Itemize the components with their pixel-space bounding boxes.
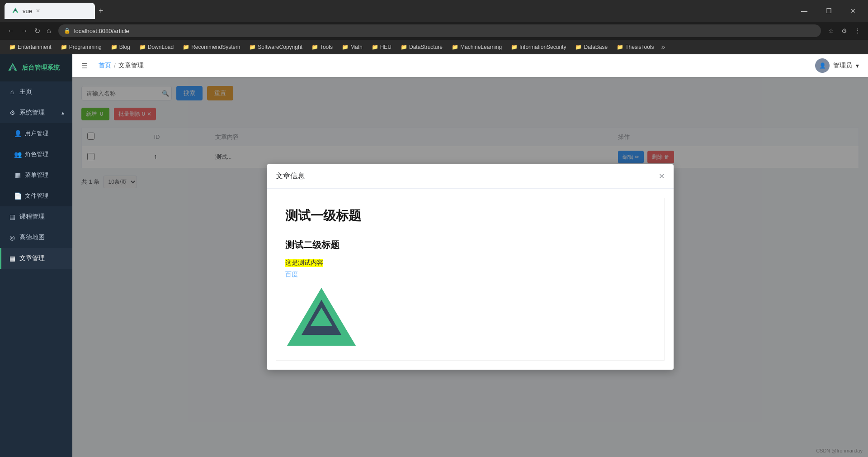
bookmark-programming[interactable]: 📁 Programming xyxy=(57,43,105,51)
bookmark-label: HEU xyxy=(380,44,392,50)
modal-header: 文章信息 ✕ xyxy=(267,164,674,189)
system-icon: ⚙ xyxy=(9,109,16,116)
avatar: 👤 xyxy=(815,58,830,73)
sidebar-item-article[interactable]: ▦ 文章管理 xyxy=(0,248,72,269)
back-btn[interactable]: ← xyxy=(5,25,16,37)
url-bar[interactable]: 🔒 localhost:8080/article xyxy=(58,24,821,37)
sidebar-item-role[interactable]: 👥 角色管理 xyxy=(0,144,72,165)
file-icon: 📄 xyxy=(14,192,21,200)
menu-item-content: 👤 用户管理 xyxy=(14,129,48,138)
folder-icon: 📁 xyxy=(452,44,458,50)
sidebar-item-course[interactable]: ▦ 课程管理 xyxy=(0,206,72,227)
folder-icon: 📁 xyxy=(372,44,378,50)
home-btn[interactable]: ⌂ xyxy=(45,25,53,37)
bookmark-database[interactable]: 📁 DataBase xyxy=(571,43,611,51)
bookmark-label: InformationSecurity xyxy=(519,44,566,50)
active-tab[interactable]: vue ✕ xyxy=(5,3,95,19)
menu-label: 用户管理 xyxy=(25,129,48,138)
bookmark-label: Math xyxy=(350,44,363,50)
bookmark-softwarecopyright[interactable]: 📁 SoftwareCopyright xyxy=(245,43,306,51)
sidebar-item-system[interactable]: ⚙ 系统管理 ▲ xyxy=(0,102,72,123)
bookmark-math[interactable]: 📁 Math xyxy=(338,43,366,51)
article-h2: 测试二级标题 xyxy=(285,239,655,251)
sidebar-logo: 后台管理系统 xyxy=(0,54,72,81)
bookmark-machinelearning[interactable]: 📁 MachineLearning xyxy=(448,43,505,51)
bookmarks-bar: 📁 Entertainment 📁 Programming 📁 Blog 📁 D… xyxy=(0,40,868,54)
article-link[interactable]: 百度 xyxy=(285,271,655,279)
menu-submenu: 👤 用户管理 👥 角色管理 ▦ 菜单管理 xyxy=(0,123,72,206)
sidebar-item-menu[interactable]: ▦ 菜单管理 xyxy=(0,165,72,186)
bookmark-label: MachineLearning xyxy=(460,44,502,50)
folder-icon: 📁 xyxy=(342,44,349,50)
tab-bar: vue ✕ + xyxy=(5,3,104,19)
menu-item-content: ◎ 高德地图 xyxy=(9,233,45,242)
folder-icon: 📁 xyxy=(401,44,407,50)
role-icon: 👥 xyxy=(14,151,21,158)
menu-mgmt-icon: ▦ xyxy=(14,171,21,179)
sidebar-item-user[interactable]: 👤 用户管理 xyxy=(0,123,72,144)
bookmark-recommendsystem[interactable]: 📁 RecommendSystem xyxy=(179,43,244,51)
settings-icon[interactable]: ⚙ xyxy=(840,25,849,36)
breadcrumb-separator: / xyxy=(114,62,116,69)
tab-title: vue xyxy=(23,8,32,14)
menu-label: 高德地图 xyxy=(19,233,45,242)
bookmark-download[interactable]: 📁 DownLoad xyxy=(136,43,177,51)
menu-item-content: 👥 角色管理 xyxy=(14,150,48,158)
highlight-span: 这是测试内容 xyxy=(285,259,323,267)
course-icon: ▦ xyxy=(9,213,16,220)
tab-close-btn[interactable]: ✕ xyxy=(36,8,40,14)
menu-label: 文件管理 xyxy=(25,192,48,200)
new-tab-btn[interactable]: + xyxy=(99,6,104,16)
minimize-btn[interactable]: — xyxy=(794,4,815,18)
url-text: localhost:8080/article xyxy=(74,28,129,34)
menu-item-content: ▦ 菜单管理 xyxy=(14,171,48,179)
close-btn[interactable]: ✕ xyxy=(843,4,863,18)
sidebar-item-map[interactable]: ◎ 高德地图 xyxy=(0,227,72,248)
modal-title: 文章信息 xyxy=(276,171,305,181)
modal-overlay[interactable]: 文章信息 ✕ 测试一级标题 测试二级标题 这是测试内容 百度 xyxy=(72,77,868,457)
bookmark-informationsecurity[interactable]: 📁 InformationSecurity xyxy=(507,43,570,51)
header-user[interactable]: 👤 管理员 ▾ xyxy=(815,58,859,73)
bookmark-label: ThesisTools xyxy=(625,44,654,50)
menu-label: 角色管理 xyxy=(25,150,48,158)
bookmark-tools[interactable]: 📁 Tools xyxy=(308,43,336,51)
chevron-up-icon: ▲ xyxy=(61,110,65,115)
lock-icon: 🔒 xyxy=(64,28,71,34)
menu-item-content: ⌂ 主页 xyxy=(9,88,32,96)
header-left: ☰ 首页 / 文章管理 xyxy=(81,62,144,70)
article-icon: ▦ xyxy=(9,255,16,262)
bookmark-heu[interactable]: 📁 HEU xyxy=(368,43,395,51)
breadcrumb-home[interactable]: 首页 xyxy=(99,62,111,70)
user-icon: 👤 xyxy=(14,130,21,137)
article-highlight-text: 这是测试内容 xyxy=(285,258,655,271)
sidebar: 后台管理系统 ⌂ 主页 ⚙ 系统管理 ▲ 👤 用户管 xyxy=(0,54,72,457)
article-content: 测试一级标题 测试二级标题 这是测试内容 百度 xyxy=(276,198,665,361)
modal-close-button[interactable]: ✕ xyxy=(659,172,665,181)
sidebar-logo-text: 后台管理系统 xyxy=(22,64,60,72)
address-bar: ← → ↻ ⌂ 🔒 localhost:8080/article ☆ ⚙ ⋮ xyxy=(0,22,868,40)
modal-body: 测试一级标题 测试二级标题 这是测试内容 百度 xyxy=(267,189,674,370)
bookmark-thesistools[interactable]: 📁 ThesisTools xyxy=(613,43,657,51)
hamburger-icon[interactable]: ☰ xyxy=(81,62,88,70)
menu-item-content: ▦ 文章管理 xyxy=(9,254,45,262)
menu-item-content: ▦ 课程管理 xyxy=(9,213,45,221)
folder-icon: 📁 xyxy=(183,44,189,50)
more-bookmarks-icon[interactable]: » xyxy=(661,43,665,51)
restore-btn[interactable]: ❐ xyxy=(818,4,839,18)
refresh-btn[interactable]: ↻ xyxy=(33,25,42,37)
forward-btn[interactable]: → xyxy=(19,25,30,37)
bookmark-entertainment[interactable]: 📁 Entertainment xyxy=(5,43,55,51)
bookmark-datastructure[interactable]: 📁 DataStructure xyxy=(397,43,446,51)
sidebar-item-file[interactable]: 📄 文件管理 xyxy=(0,186,72,206)
app-container: 后台管理系统 ⌂ 主页 ⚙ 系统管理 ▲ 👤 用户管 xyxy=(0,54,868,457)
folder-icon: 📁 xyxy=(249,44,256,50)
sidebar-item-home[interactable]: ⌂ 主页 xyxy=(0,81,72,102)
bookmark-icon[interactable]: ☆ xyxy=(826,25,836,36)
bookmark-label: Tools xyxy=(320,44,333,50)
menu-label: 主页 xyxy=(19,88,32,96)
bookmark-label: RecommendSystem xyxy=(191,44,240,50)
bookmark-blog[interactable]: 📁 Blog xyxy=(107,43,134,51)
menu-icon[interactable]: ⋮ xyxy=(853,25,863,36)
menu-label: 文章管理 xyxy=(19,254,45,262)
bookmark-label: DataStructure xyxy=(409,44,443,50)
